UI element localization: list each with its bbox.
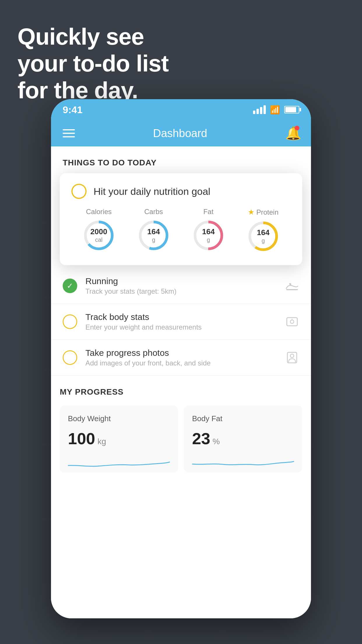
body-stats-sub: Enter your weight and measurements <box>85 323 285 331</box>
stat-carbs: Carbs 164 g <box>138 208 170 251</box>
body-stats-title: Track body stats <box>85 312 285 322</box>
scale-icon <box>285 314 299 329</box>
app-content: THINGS TO DO TODAY Hit your daily nutrit… <box>51 146 311 618</box>
fat-value: 164 <box>202 227 215 236</box>
nutrition-card: Hit your daily nutrition goal Calories 2… <box>60 173 302 265</box>
photos-title: Take progress photos <box>85 348 285 358</box>
todo-list: Running Track your stats (target: 5km) T… <box>51 268 311 376</box>
running-title: Running <box>85 276 285 286</box>
calories-unit: cal <box>90 237 107 244</box>
stat-fat-label: Fat <box>203 208 214 216</box>
body-stats-text: Track body stats Enter your weight and m… <box>85 312 285 331</box>
carbs-unit: g <box>147 237 160 244</box>
donut-carbs: 164 g <box>138 219 170 251</box>
body-weight-unit: kg <box>97 437 106 446</box>
carbs-value: 164 <box>147 227 160 236</box>
body-fat-chart <box>192 454 294 471</box>
donut-protein: 164 g <box>247 220 279 252</box>
headline: Quickly see your to-do list for the day. <box>17 23 168 104</box>
fat-unit: g <box>202 237 215 244</box>
notification-dot <box>295 126 299 130</box>
signal-icon <box>253 105 266 114</box>
photos-check[interactable] <box>63 350 77 365</box>
body-fat-value-row: 23 % <box>192 429 294 448</box>
protein-value: 164 <box>257 228 269 237</box>
body-weight-card[interactable]: Body Weight 100 kg <box>60 405 178 473</box>
stat-calories: Calories 2000 cal <box>83 208 115 251</box>
stat-calories-label: Calories <box>86 208 112 216</box>
app-title: Dashboard <box>153 127 207 140</box>
progress-cards: Body Weight 100 kg Body Fat 23 % <box>60 405 302 473</box>
things-to-do-title: THINGS TO DO TODAY <box>51 146 311 173</box>
body-fat-label: Body Fat <box>192 414 294 423</box>
running-check[interactable] <box>63 279 77 293</box>
nutrition-title: Hit your daily nutrition goal <box>94 186 210 197</box>
nutrition-header: Hit your daily nutrition goal <box>71 184 291 199</box>
stat-protein: ★ Protein 164 g <box>247 208 279 252</box>
status-icons: 📶 <box>253 105 299 115</box>
donut-calories: 2000 cal <box>83 219 115 251</box>
body-fat-card[interactable]: Body Fat 23 % <box>184 405 302 473</box>
stat-protein-label: ★ Protein <box>248 208 278 217</box>
protein-unit: g <box>257 237 269 244</box>
stat-carbs-label: Carbs <box>144 208 163 216</box>
star-icon: ★ <box>248 208 254 217</box>
svg-point-9 <box>290 320 294 323</box>
body-weight-label: Body Weight <box>68 414 170 423</box>
todo-item-body-stats[interactable]: Track body stats Enter your weight and m… <box>51 304 311 340</box>
progress-title: MY PROGRESS <box>60 387 302 397</box>
stat-fat: Fat 164 g <box>192 208 224 251</box>
battery-icon <box>284 106 299 113</box>
donut-fat: 164 g <box>192 219 224 251</box>
body-weight-value-row: 100 kg <box>68 429 170 448</box>
calories-value: 2000 <box>90 227 107 236</box>
nutrition-check-circle[interactable] <box>71 184 87 199</box>
app-header: Dashboard 🔔 <box>51 120 311 146</box>
photos-sub: Add images of your front, back, and side <box>85 359 285 367</box>
running-text: Running Track your stats (target: 5km) <box>85 276 285 295</box>
status-time: 9:41 <box>63 104 82 116</box>
body-fat-value: 23 <box>192 429 210 448</box>
nutrition-stats: Calories 2000 cal Carbs <box>71 208 291 252</box>
person-icon <box>285 350 299 365</box>
progress-section: MY PROGRESS Body Weight 100 kg Body Fat <box>51 376 311 484</box>
status-bar: 9:41 📶 <box>51 99 311 120</box>
todo-item-photos[interactable]: Take progress photos Add images of your … <box>51 340 311 376</box>
body-fat-unit: % <box>212 437 220 446</box>
todo-item-running[interactable]: Running Track your stats (target: 5km) <box>51 268 311 304</box>
svg-point-12 <box>290 354 294 358</box>
body-weight-value: 100 <box>68 429 95 448</box>
photos-text: Take progress photos Add images of your … <box>85 348 285 367</box>
shoe-icon <box>285 279 299 293</box>
body-stats-check[interactable] <box>63 314 77 329</box>
phone-mockup: 9:41 📶 Dashboard 🔔 THINGS TO DO TODAY <box>51 99 311 618</box>
running-sub: Track your stats (target: 5km) <box>85 287 285 295</box>
body-weight-chart <box>68 454 170 471</box>
wifi-icon: 📶 <box>270 105 280 115</box>
hamburger-menu[interactable] <box>63 129 75 137</box>
notification-button[interactable]: 🔔 <box>285 126 299 141</box>
